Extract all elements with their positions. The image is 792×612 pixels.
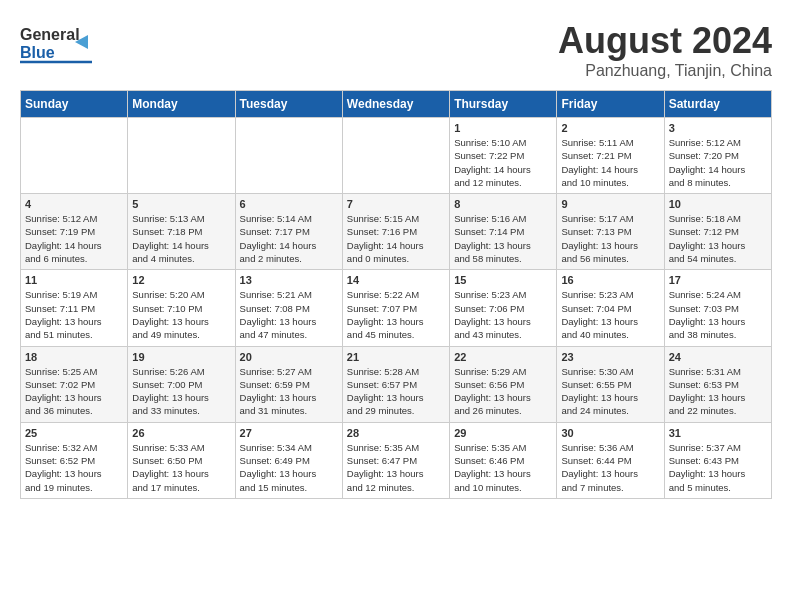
day-number: 31 [669,427,767,439]
day-number: 20 [240,351,338,363]
calendar-cell: 4Sunrise: 5:12 AMSunset: 7:19 PMDaylight… [21,194,128,270]
day-number: 23 [561,351,659,363]
calendar-cell: 3Sunrise: 5:12 AMSunset: 7:20 PMDaylight… [664,118,771,194]
day-number: 9 [561,198,659,210]
day-info: Sunrise: 5:22 AMSunset: 7:07 PMDaylight:… [347,288,445,341]
calendar-cell: 12Sunrise: 5:20 AMSunset: 7:10 PMDayligh… [128,270,235,346]
month-title: August 2024 [558,20,772,62]
day-number: 3 [669,122,767,134]
calendar-cell: 26Sunrise: 5:33 AMSunset: 6:50 PMDayligh… [128,422,235,498]
calendar-cell: 18Sunrise: 5:25 AMSunset: 7:02 PMDayligh… [21,346,128,422]
day-number: 16 [561,274,659,286]
day-number: 17 [669,274,767,286]
day-info: Sunrise: 5:13 AMSunset: 7:18 PMDaylight:… [132,212,230,265]
weekday-header-friday: Friday [557,91,664,118]
day-info: Sunrise: 5:33 AMSunset: 6:50 PMDaylight:… [132,441,230,494]
day-info: Sunrise: 5:19 AMSunset: 7:11 PMDaylight:… [25,288,123,341]
day-number: 11 [25,274,123,286]
day-number: 6 [240,198,338,210]
title-section: August 2024 Panzhuang, Tianjin, China [558,20,772,80]
day-number: 18 [25,351,123,363]
calendar-cell: 15Sunrise: 5:23 AMSunset: 7:06 PMDayligh… [450,270,557,346]
day-info: Sunrise: 5:26 AMSunset: 7:00 PMDaylight:… [132,365,230,418]
day-number: 13 [240,274,338,286]
day-number: 28 [347,427,445,439]
calendar-cell: 21Sunrise: 5:28 AMSunset: 6:57 PMDayligh… [342,346,449,422]
day-info: Sunrise: 5:28 AMSunset: 6:57 PMDaylight:… [347,365,445,418]
calendar-cell: 2Sunrise: 5:11 AMSunset: 7:21 PMDaylight… [557,118,664,194]
calendar-cell: 20Sunrise: 5:27 AMSunset: 6:59 PMDayligh… [235,346,342,422]
day-info: Sunrise: 5:20 AMSunset: 7:10 PMDaylight:… [132,288,230,341]
calendar-cell: 23Sunrise: 5:30 AMSunset: 6:55 PMDayligh… [557,346,664,422]
day-number: 19 [132,351,230,363]
calendar-cell: 16Sunrise: 5:23 AMSunset: 7:04 PMDayligh… [557,270,664,346]
calendar-cell: 11Sunrise: 5:19 AMSunset: 7:11 PMDayligh… [21,270,128,346]
day-number: 8 [454,198,552,210]
calendar-cell: 29Sunrise: 5:35 AMSunset: 6:46 PMDayligh… [450,422,557,498]
calendar-week-row: 11Sunrise: 5:19 AMSunset: 7:11 PMDayligh… [21,270,772,346]
day-info: Sunrise: 5:23 AMSunset: 7:04 PMDaylight:… [561,288,659,341]
calendar-cell: 24Sunrise: 5:31 AMSunset: 6:53 PMDayligh… [664,346,771,422]
day-number: 26 [132,427,230,439]
day-info: Sunrise: 5:25 AMSunset: 7:02 PMDaylight:… [25,365,123,418]
day-info: Sunrise: 5:16 AMSunset: 7:14 PMDaylight:… [454,212,552,265]
day-info: Sunrise: 5:32 AMSunset: 6:52 PMDaylight:… [25,441,123,494]
day-number: 22 [454,351,552,363]
day-info: Sunrise: 5:10 AMSunset: 7:22 PMDaylight:… [454,136,552,189]
calendar-cell: 22Sunrise: 5:29 AMSunset: 6:56 PMDayligh… [450,346,557,422]
calendar-cell: 14Sunrise: 5:22 AMSunset: 7:07 PMDayligh… [342,270,449,346]
location-subtitle: Panzhuang, Tianjin, China [558,62,772,80]
calendar-week-row: 4Sunrise: 5:12 AMSunset: 7:19 PMDaylight… [21,194,772,270]
day-info: Sunrise: 5:29 AMSunset: 6:56 PMDaylight:… [454,365,552,418]
day-number: 25 [25,427,123,439]
calendar-table: SundayMondayTuesdayWednesdayThursdayFrid… [20,90,772,499]
calendar-cell: 17Sunrise: 5:24 AMSunset: 7:03 PMDayligh… [664,270,771,346]
svg-text:Blue: Blue [20,44,55,61]
weekday-header-monday: Monday [128,91,235,118]
day-number: 10 [669,198,767,210]
day-number: 24 [669,351,767,363]
calendar-cell: 28Sunrise: 5:35 AMSunset: 6:47 PMDayligh… [342,422,449,498]
calendar-week-row: 1Sunrise: 5:10 AMSunset: 7:22 PMDaylight… [21,118,772,194]
calendar-cell: 30Sunrise: 5:36 AMSunset: 6:44 PMDayligh… [557,422,664,498]
day-info: Sunrise: 5:23 AMSunset: 7:06 PMDaylight:… [454,288,552,341]
day-info: Sunrise: 5:17 AMSunset: 7:13 PMDaylight:… [561,212,659,265]
day-info: Sunrise: 5:12 AMSunset: 7:19 PMDaylight:… [25,212,123,265]
day-info: Sunrise: 5:31 AMSunset: 6:53 PMDaylight:… [669,365,767,418]
day-number: 30 [561,427,659,439]
day-info: Sunrise: 5:18 AMSunset: 7:12 PMDaylight:… [669,212,767,265]
day-info: Sunrise: 5:24 AMSunset: 7:03 PMDaylight:… [669,288,767,341]
page-header: General Blue August 2024 Panzhuang, Tian… [20,20,772,80]
weekday-header-tuesday: Tuesday [235,91,342,118]
calendar-cell: 8Sunrise: 5:16 AMSunset: 7:14 PMDaylight… [450,194,557,270]
calendar-cell: 13Sunrise: 5:21 AMSunset: 7:08 PMDayligh… [235,270,342,346]
calendar-week-row: 18Sunrise: 5:25 AMSunset: 7:02 PMDayligh… [21,346,772,422]
day-number: 1 [454,122,552,134]
calendar-cell: 1Sunrise: 5:10 AMSunset: 7:22 PMDaylight… [450,118,557,194]
day-info: Sunrise: 5:37 AMSunset: 6:43 PMDaylight:… [669,441,767,494]
day-info: Sunrise: 5:27 AMSunset: 6:59 PMDaylight:… [240,365,338,418]
calendar-cell: 5Sunrise: 5:13 AMSunset: 7:18 PMDaylight… [128,194,235,270]
day-number: 7 [347,198,445,210]
day-number: 2 [561,122,659,134]
day-info: Sunrise: 5:30 AMSunset: 6:55 PMDaylight:… [561,365,659,418]
day-number: 4 [25,198,123,210]
day-number: 21 [347,351,445,363]
calendar-cell: 7Sunrise: 5:15 AMSunset: 7:16 PMDaylight… [342,194,449,270]
calendar-cell [235,118,342,194]
day-number: 5 [132,198,230,210]
logo-icon: General Blue [20,20,95,75]
day-info: Sunrise: 5:14 AMSunset: 7:17 PMDaylight:… [240,212,338,265]
day-number: 29 [454,427,552,439]
calendar-cell [342,118,449,194]
day-info: Sunrise: 5:21 AMSunset: 7:08 PMDaylight:… [240,288,338,341]
weekday-header-row: SundayMondayTuesdayWednesdayThursdayFrid… [21,91,772,118]
day-number: 12 [132,274,230,286]
calendar-cell: 31Sunrise: 5:37 AMSunset: 6:43 PMDayligh… [664,422,771,498]
calendar-week-row: 25Sunrise: 5:32 AMSunset: 6:52 PMDayligh… [21,422,772,498]
day-number: 14 [347,274,445,286]
day-info: Sunrise: 5:36 AMSunset: 6:44 PMDaylight:… [561,441,659,494]
weekday-header-saturday: Saturday [664,91,771,118]
day-info: Sunrise: 5:34 AMSunset: 6:49 PMDaylight:… [240,441,338,494]
calendar-cell: 25Sunrise: 5:32 AMSunset: 6:52 PMDayligh… [21,422,128,498]
